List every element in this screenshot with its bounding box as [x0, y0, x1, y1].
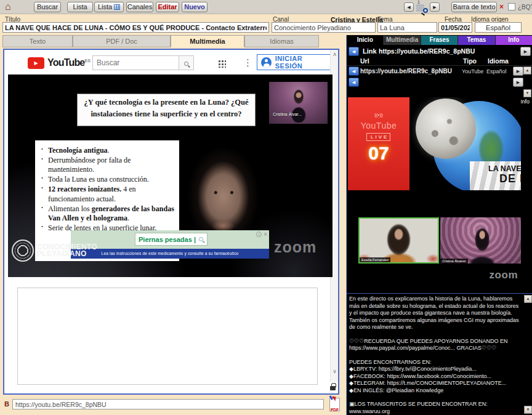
ad-disclaimer-bar: Lea las instrucciones de este medicament…: [71, 249, 269, 259]
youtube-brand[interactable]: YouTubeES: [47, 57, 91, 68]
nav-back-button[interactable]: ◀: [404, 2, 414, 12]
canales-button[interactable]: Canales: [126, 2, 153, 12]
bullet-list: Tecnología antigua. Derrumbándose por fa…: [40, 146, 175, 233]
lista-button[interactable]: Lista: [67, 2, 93, 12]
scroll-down-icon[interactable]: ▼: [524, 406, 532, 414]
channel-logo-text: CONOCIMIENTO PLEYADIANO: [37, 244, 97, 258]
col-idioma: Idioma: [488, 57, 509, 65]
row-tipo: YouTube: [462, 68, 483, 75]
live-badge: LIVE: [366, 133, 390, 141]
row-forward-button[interactable]: ▶: [513, 78, 523, 87]
table-row[interactable]: ◀ https://youtu.be/RER9c_8pNBU YouTube E…: [347, 66, 532, 77]
link-forward-button[interactable]: ▶: [520, 47, 531, 56]
table-scrollbar[interactable]: ▲ ▼: [523, 66, 531, 97]
scroll-up-icon[interactable]: ▲: [524, 295, 532, 303]
webcam-thumbnail[interactable]: Estella Fernandez Cristina Álvarez zoom: [347, 194, 532, 292]
row-back-button[interactable]: ◀: [349, 66, 359, 76]
description-line: ◆TELEGRAM: https://t.me/CONOCIMIENTOPLEY…: [349, 380, 522, 387]
embedded-browser: ▶ YouTubeES ⋮ INICIAR SESIÓN ∧ ∨ ¿Y qué …: [3, 49, 339, 395]
bq-checkbox[interactable]: [508, 3, 515, 10]
speaker-webcam-thumbnail: Cristina Álvar...: [269, 82, 328, 124]
tab-pdf-doc[interactable]: PDF / Doc: [73, 35, 171, 47]
canal-field[interactable]: [272, 22, 376, 33]
video-description-text: En este directo os explicaremos la histo…: [349, 296, 522, 415]
col-url: Url: [360, 57, 369, 65]
person-icon: [261, 57, 272, 68]
barra-de-texto-button[interactable]: Barra de texto: [451, 2, 497, 12]
row-forward-button[interactable]: ▶: [513, 66, 523, 76]
rtab-multimedia[interactable]: Multimedia: [384, 36, 421, 45]
url-table-header: Url Tipo Idioma: [347, 57, 532, 66]
ad-search-pill[interactable]: Piernas pesadas |: [135, 233, 208, 246]
video-player[interactable]: ¿Y qué tecnología es la presente en la L…: [8, 75, 332, 277]
nav-forward-button[interactable]: ▶: [430, 2, 440, 12]
youtube-search-button[interactable]: [179, 55, 194, 70]
webcam-right: Cristina Álvarez: [440, 217, 521, 264]
pdf-export-icon[interactable]: PDF: [329, 397, 341, 413]
youtube-search-input[interactable]: [92, 55, 179, 70]
tab-multimedia[interactable]: Multimedia: [171, 35, 244, 47]
application-window: ⌂ Buscar Lista Lista Canales Editar Nuev…: [0, 0, 532, 415]
channel-logo: CONOCIMIENTO PLEYADIANO: [12, 240, 97, 262]
idioma-origen-field[interactable]: [475, 22, 522, 33]
description-scrollbar[interactable]: ▲ ▼: [524, 295, 532, 414]
webcam-left-nametag: Estella Fernandez: [360, 257, 390, 262]
tema-field[interactable]: [377, 22, 437, 33]
page-zoom-icon[interactable]: 1: [415, 0, 429, 14]
bullet-item: 12 reactores ionizantes. 4 en funcionami…: [48, 185, 175, 203]
lista-grid-button[interactable]: Lista: [94, 2, 124, 12]
broadcast-icon: ((•)): [348, 112, 409, 118]
kebab-menu-icon[interactable]: ⋮: [243, 57, 252, 68]
fecha-field[interactable]: [438, 22, 472, 33]
scroll-up-icon[interactable]: ∧: [331, 51, 339, 57]
thumbnail-title-strip: LA NAVE QUE HACE DE LUNA: [470, 161, 521, 190]
episode-number: 07: [348, 143, 409, 164]
video-url-field[interactable]: [12, 399, 324, 409]
table-row-empty[interactable]: ◀ ▶: [347, 78, 532, 88]
ad-close-icon[interactable]: ×: [264, 232, 267, 237]
ad-banner[interactable]: Piernas pesadas | i × Lea las instruccio…: [71, 230, 269, 259]
apps-grid-icon[interactable]: [218, 60, 226, 68]
link-back-button[interactable]: ◀: [349, 47, 359, 56]
zoom-watermark: zoom: [274, 238, 316, 256]
scroll-down-icon[interactable]: ▼: [523, 89, 531, 97]
magnifier-icon: [423, 8, 428, 13]
rtab-info[interactable]: Info: [496, 36, 532, 45]
webcam-left-person: [360, 219, 438, 262]
rtab-frases[interactable]: Frases: [421, 36, 458, 45]
bq-label: ¿BQ?: [518, 4, 532, 10]
youtube-logo-icon[interactable]: ▶: [28, 57, 44, 69]
scroll-down-icon[interactable]: ∨: [331, 368, 339, 374]
close-icon[interactable]: ×: [499, 2, 504, 11]
b-field-label: B: [4, 400, 9, 408]
thumbnail-red-panel: ((•)) YouTube LIVE 07: [348, 97, 409, 190]
home-icon[interactable]: ⌂: [5, 1, 11, 12]
moon-image: [416, 99, 476, 159]
nuevo-button[interactable]: Nuevo: [182, 2, 208, 12]
scroll-up-icon[interactable]: ▲: [523, 66, 531, 75]
webcam-right-nametag: Cristina Álvarez: [440, 259, 468, 264]
speaker-silhouette: [288, 86, 310, 123]
buscar-button[interactable]: Buscar: [34, 2, 61, 12]
ad-info-icon[interactable]: i: [256, 232, 262, 237]
description-line: PUEDES ENCONTRARNOS EN:: [349, 359, 522, 366]
link-row: ◀ Link https://youtu.be/RER9c_8pNBU ▶: [347, 46, 532, 57]
bullet-item: Alimentan los generadores de las bandas …: [48, 204, 175, 223]
rtab-inicio[interactable]: Inicio: [347, 36, 384, 45]
right-panel-tabs: Inicio Multimedia Frases Temas Info: [347, 36, 532, 45]
youtube-brand-text: YouTube: [47, 57, 84, 68]
tab-texto[interactable]: Texto: [2, 35, 73, 47]
link-url-value: https://youtu.be/RER9c_8pNBU: [379, 47, 475, 55]
slide-question-box: ¿Y qué tecnología es la presente en la L…: [77, 94, 256, 126]
page-number: 1: [417, 0, 420, 4]
titulo-field[interactable]: [2, 22, 269, 33]
signin-button[interactable]: INICIAR SESIÓN: [257, 54, 338, 70]
description-line: ♡♡♡RECUERDA QUE PUEDES APOYARNOS DONANDO…: [349, 338, 522, 352]
rtab-temas[interactable]: Temas: [458, 36, 495, 45]
editar-button[interactable]: Editar: [156, 2, 179, 12]
row-back-button[interactable]: ◀: [349, 78, 359, 87]
grid-icon: [114, 4, 120, 10]
youtube-live-thumbnail[interactable]: ((•)) YouTube LIVE 07 LA NAVE QUE HACE D…: [348, 97, 521, 190]
tab-idiomas[interactable]: Idiomas: [244, 35, 319, 47]
description-line: ◆EN INGLÉS: @Pleiadian Knowledge: [349, 387, 522, 395]
